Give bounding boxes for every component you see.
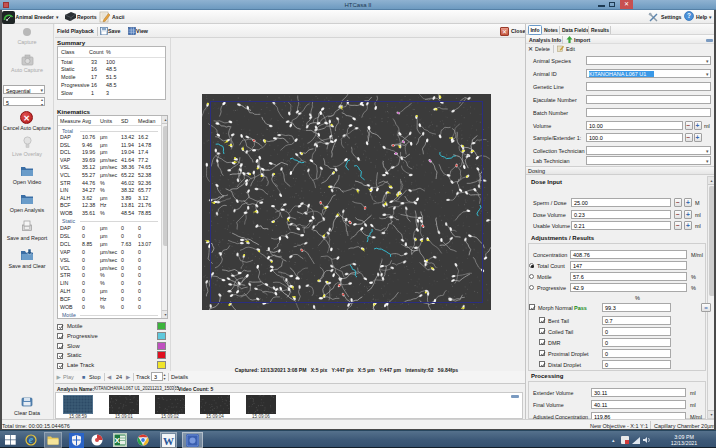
svg-text:e: e	[29, 434, 34, 445]
svg-text:?: ?	[687, 12, 691, 19]
svg-text:W: W	[163, 435, 174, 447]
svg-text:X: X	[115, 436, 121, 445]
